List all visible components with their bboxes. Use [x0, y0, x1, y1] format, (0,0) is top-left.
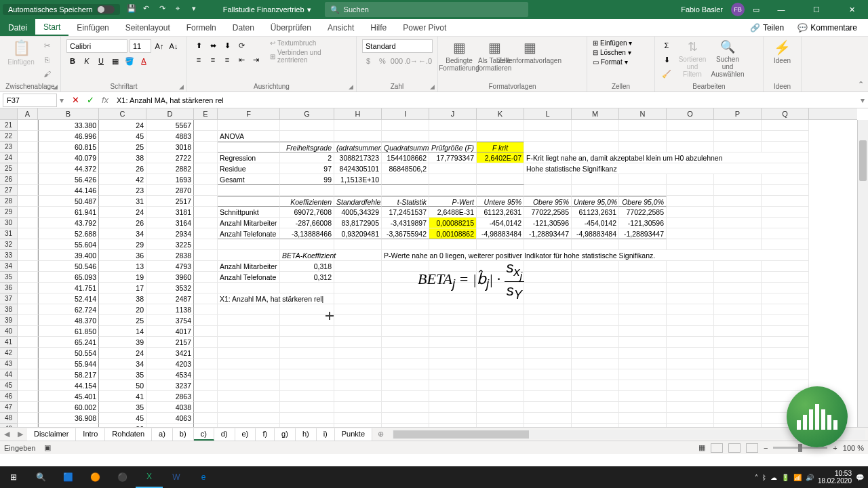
- tray-battery-icon[interactable]: 🔋: [781, 474, 789, 481]
- paste-button[interactable]: 📋 Einfügen: [5, 39, 37, 66]
- increase-indent-icon[interactable]: ⇥: [250, 54, 262, 66]
- sheet-nav-next-icon[interactable]: ▶: [14, 430, 27, 439]
- display-settings-icon[interactable]: ▦: [698, 443, 705, 452]
- currency-icon[interactable]: $: [362, 55, 374, 67]
- ideas-button[interactable]: ⚡Ideen: [769, 39, 795, 64]
- fx-icon[interactable]: fx: [98, 95, 113, 105]
- decrease-indent-icon[interactable]: ⇤: [235, 54, 248, 66]
- macro-record-icon[interactable]: ▣: [44, 443, 51, 452]
- tab-review[interactable]: Überprüfen: [262, 19, 319, 36]
- tab-file[interactable]: Datei: [0, 19, 35, 36]
- task-edge[interactable]: e: [190, 466, 217, 488]
- search-box[interactable]: 🔍 Suchen: [325, 2, 528, 17]
- tray-wifi-icon[interactable]: 📶: [793, 474, 802, 481]
- font-name-input[interactable]: [66, 39, 127, 53]
- orientation-icon[interactable]: ⟳: [235, 39, 248, 52]
- user-name[interactable]: Fabio Basler: [681, 5, 723, 14]
- sheet-tab[interactable]: h): [296, 428, 317, 441]
- comments-button[interactable]: 💬 Kommentare: [792, 22, 863, 34]
- avatar[interactable]: FB: [731, 3, 745, 16]
- decrease-decimal-icon[interactable]: ←.0: [419, 55, 431, 67]
- sheet-tab[interactable]: Disclaimer: [27, 428, 76, 441]
- tab-view[interactable]: Ansicht: [319, 19, 362, 36]
- find-select-button[interactable]: 🔍Suchen und Auswählen: [712, 39, 743, 78]
- page-break-view-icon[interactable]: [746, 443, 758, 453]
- wrap-text-button[interactable]: ↩ Textumbruch: [270, 39, 351, 47]
- undo-icon[interactable]: ↶: [143, 4, 154, 15]
- task-app-2[interactable]: 🟠: [81, 466, 108, 488]
- align-center-icon[interactable]: ≡: [207, 54, 219, 66]
- fill-icon[interactable]: ⬇: [660, 54, 673, 66]
- name-box[interactable]: [3, 94, 57, 107]
- sheet-tab[interactable]: b): [173, 428, 194, 441]
- normal-view-icon[interactable]: [711, 443, 723, 453]
- tab-home[interactable]: Start: [35, 19, 68, 36]
- align-middle-icon[interactable]: ⬌: [207, 39, 219, 52]
- sheet-tab[interactable]: i): [317, 428, 335, 441]
- copy-icon[interactable]: ⎘: [41, 54, 53, 66]
- enter-icon[interactable]: ✓: [83, 95, 98, 105]
- decrease-font-icon[interactable]: A↓: [167, 40, 180, 52]
- tab-help[interactable]: Hilfe: [362, 19, 395, 36]
- tab-formulas[interactable]: Formeln: [178, 19, 224, 36]
- dropdown-icon[interactable]: ▾: [192, 4, 203, 15]
- tray-volume-icon[interactable]: 🔊: [806, 474, 814, 481]
- merge-button[interactable]: ⊞ Verbinden und zentrieren: [270, 49, 351, 64]
- zoom-out-icon[interactable]: −: [764, 444, 768, 452]
- tab-pagelayout[interactable]: Seitenlayout: [117, 19, 178, 36]
- close-button[interactable]: ✕: [838, 0, 865, 19]
- search-taskbar-icon[interactable]: 🔍: [27, 466, 54, 488]
- autosum-icon[interactable]: Σ: [660, 39, 673, 52]
- cancel-icon[interactable]: ✕: [68, 95, 83, 105]
- tray-onedrive-icon[interactable]: ☁: [770, 474, 777, 481]
- delete-cells-button[interactable]: ⊟ Löschen ▾: [593, 49, 631, 56]
- add-sheet-icon[interactable]: ⊕: [372, 430, 389, 439]
- save-icon[interactable]: 💾: [127, 4, 138, 15]
- align-right-icon[interactable]: ≡: [221, 54, 233, 66]
- cell-styles-button[interactable]: ▦Zellenformatvorlagen: [514, 39, 545, 64]
- italic-icon[interactable]: K: [81, 55, 93, 67]
- underline-icon[interactable]: U: [95, 55, 107, 67]
- tray-notifications-icon[interactable]: 💬: [856, 474, 864, 481]
- tab-data[interactable]: Daten: [224, 19, 262, 36]
- zoom-level[interactable]: 100 %: [843, 444, 864, 452]
- vertical-scrollbar[interactable]: [857, 120, 868, 427]
- border-icon[interactable]: ▦: [109, 55, 121, 67]
- formula-input[interactable]: X1: Anzahl MA, hat stärkeren rel: [113, 96, 857, 105]
- touch-mode-icon[interactable]: ⌖: [176, 4, 186, 15]
- collapse-ribbon-icon[interactable]: ⌃: [858, 80, 864, 89]
- clear-icon[interactable]: 🧹: [660, 68, 673, 80]
- minimize-button[interactable]: —: [768, 0, 795, 19]
- sheet-tab[interactable]: d): [214, 428, 235, 441]
- sheet-tab[interactable]: e): [235, 428, 256, 441]
- format-painter-icon[interactable]: 🖌: [41, 68, 53, 80]
- increase-font-icon[interactable]: A↑: [153, 40, 165, 52]
- spreadsheet-grid[interactable]: ABCDEFGHIJKLMNOPQ 2122232425262728293031…: [0, 108, 868, 427]
- percent-icon[interactable]: %: [376, 55, 389, 67]
- align-left-icon[interactable]: ≡: [193, 54, 205, 66]
- page-layout-view-icon[interactable]: [728, 443, 741, 453]
- sheet-tab[interactable]: c): [194, 428, 214, 441]
- tab-insert[interactable]: Einfügen: [68, 19, 117, 36]
- sheet-tab[interactable]: Punkte: [335, 428, 372, 441]
- cut-icon[interactable]: ✂: [41, 39, 53, 52]
- ribbon-display-icon[interactable]: ▭: [753, 5, 760, 14]
- format-as-table-button[interactable]: ▦Als Tabelle formatieren: [479, 39, 510, 72]
- task-app-3[interactable]: ⚫: [108, 466, 136, 488]
- task-excel[interactable]: X: [136, 466, 163, 488]
- autosave-toggle[interactable]: Automatisches Speichern: [3, 4, 120, 15]
- increase-decimal-icon[interactable]: .0→: [405, 55, 417, 67]
- sheet-tab[interactable]: g): [275, 428, 296, 441]
- sheet-tab[interactable]: Intro: [76, 428, 105, 441]
- taskbar-clock[interactable]: 10:5318.02.2020: [818, 470, 852, 485]
- bold-icon[interactable]: B: [66, 55, 79, 67]
- tab-powerpivot[interactable]: Power Pivot: [395, 19, 454, 36]
- font-color-icon[interactable]: A: [138, 55, 150, 67]
- name-box-dropdown-icon[interactable]: ▾: [60, 96, 64, 105]
- format-cells-button[interactable]: ▭ Format ▾: [593, 58, 628, 66]
- sort-filter-button[interactable]: ⇅Sortieren und Filtern: [677, 39, 708, 78]
- document-title[interactable]: Fallstudie Finanzvertrieb ▾: [223, 5, 311, 14]
- align-top-icon[interactable]: ⬆: [193, 39, 205, 52]
- zoom-in-icon[interactable]: +: [833, 444, 837, 452]
- conditional-formatting-button[interactable]: ▦Bedingte Formatierung: [443, 39, 475, 72]
